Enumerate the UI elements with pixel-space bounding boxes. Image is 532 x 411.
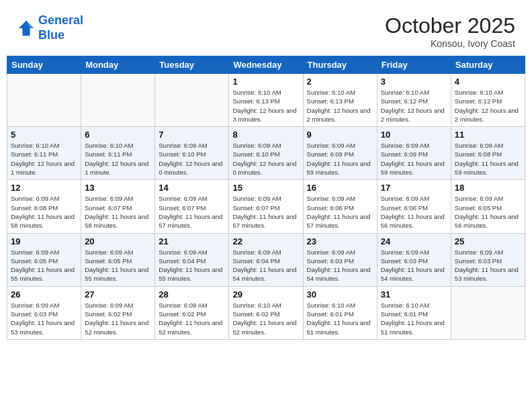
calendar-week-row: 12Sunrise: 6:09 AM Sunset: 6:08 PM Dayli… (7, 180, 525, 233)
calendar-cell: 28Sunrise: 6:09 AM Sunset: 6:02 PM Dayli… (155, 286, 229, 339)
calendar-week-row: 19Sunrise: 6:09 AM Sunset: 6:05 PM Dayli… (7, 233, 525, 286)
calendar-cell: 31Sunrise: 6:10 AM Sunset: 6:01 PM Dayli… (377, 286, 451, 339)
day-number: 4 (455, 77, 521, 87)
day-info: Sunrise: 6:09 AM Sunset: 6:07 PM Dayligh… (85, 194, 151, 230)
day-info: Sunrise: 6:09 AM Sunset: 6:09 PM Dayligh… (381, 141, 447, 177)
col-header-sunday: Sunday (7, 56, 81, 74)
col-header-tuesday: Tuesday (155, 56, 229, 74)
logo-line1: General (38, 13, 83, 27)
col-header-wednesday: Wednesday (229, 56, 303, 74)
day-number: 14 (159, 183, 225, 193)
day-number: 13 (85, 183, 151, 193)
calendar-cell: 15Sunrise: 6:09 AM Sunset: 6:07 PM Dayli… (229, 180, 303, 233)
calendar-cell: 22Sunrise: 6:09 AM Sunset: 6:04 PM Dayli… (229, 233, 303, 286)
calendar-cell: 7Sunrise: 6:09 AM Sunset: 6:10 PM Daylig… (155, 127, 229, 180)
day-info: Sunrise: 6:10 AM Sunset: 6:11 PM Dayligh… (85, 141, 151, 177)
calendar-cell (7, 74, 81, 127)
day-number: 3 (381, 77, 447, 87)
day-info: Sunrise: 6:09 AM Sunset: 6:02 PM Dayligh… (159, 301, 225, 336)
calendar-week-row: 1Sunrise: 6:10 AM Sunset: 6:13 PM Daylig… (7, 74, 525, 127)
calendar-table: SundayMondayTuesdayWednesdayThursdayFrid… (7, 56, 525, 340)
day-info: Sunrise: 6:10 AM Sunset: 6:01 PM Dayligh… (307, 301, 373, 336)
calendar-cell: 11Sunrise: 6:09 AM Sunset: 6:08 PM Dayli… (451, 127, 525, 180)
day-info: Sunrise: 6:09 AM Sunset: 6:08 PM Dayligh… (11, 194, 77, 230)
day-info: Sunrise: 6:09 AM Sunset: 6:05 PM Dayligh… (85, 248, 151, 283)
day-number: 26 (11, 289, 77, 300)
calendar-cell: 5Sunrise: 6:10 AM Sunset: 6:11 PM Daylig… (7, 127, 81, 180)
calendar-week-row: 26Sunrise: 6:09 AM Sunset: 6:03 PM Dayli… (7, 286, 525, 339)
calendar-cell: 17Sunrise: 6:09 AM Sunset: 6:06 PM Dayli… (377, 180, 451, 233)
logo-text: General Blue (38, 13, 83, 42)
calendar-cell: 14Sunrise: 6:09 AM Sunset: 6:07 PM Dayli… (155, 180, 229, 233)
calendar-cell: 1Sunrise: 6:10 AM Sunset: 6:13 PM Daylig… (229, 74, 303, 127)
day-number: 18 (455, 183, 521, 193)
calendar-cell (155, 74, 229, 127)
day-info: Sunrise: 6:09 AM Sunset: 6:04 PM Dayligh… (232, 248, 299, 283)
day-number: 11 (455, 130, 521, 140)
calendar-cell (81, 74, 155, 127)
day-info: Sunrise: 6:09 AM Sunset: 6:03 PM Dayligh… (455, 248, 521, 283)
day-number: 31 (381, 289, 447, 300)
day-info: Sunrise: 6:09 AM Sunset: 6:08 PM Dayligh… (455, 141, 521, 177)
calendar-cell: 27Sunrise: 6:09 AM Sunset: 6:02 PM Dayli… (81, 286, 155, 339)
day-number: 7 (159, 130, 225, 140)
day-number: 6 (85, 130, 151, 140)
calendar-cell: 30Sunrise: 6:10 AM Sunset: 6:01 PM Dayli… (303, 286, 377, 339)
logo-icon (17, 19, 36, 38)
calendar-cell: 8Sunrise: 6:09 AM Sunset: 6:10 PM Daylig… (229, 127, 303, 180)
day-number: 22 (232, 236, 299, 246)
day-number: 8 (232, 130, 299, 140)
calendar-cell: 23Sunrise: 6:09 AM Sunset: 6:03 PM Dayli… (303, 233, 377, 286)
day-number: 20 (85, 236, 151, 246)
calendar-cell: 16Sunrise: 6:09 AM Sunset: 6:06 PM Dayli… (303, 180, 377, 233)
day-number: 5 (11, 130, 77, 140)
day-number: 16 (307, 183, 373, 193)
day-info: Sunrise: 6:10 AM Sunset: 6:11 PM Dayligh… (11, 141, 77, 177)
day-info: Sunrise: 6:09 AM Sunset: 6:06 PM Dayligh… (307, 194, 373, 230)
col-header-thursday: Thursday (303, 56, 377, 74)
day-info: Sunrise: 6:09 AM Sunset: 6:03 PM Dayligh… (381, 248, 447, 283)
calendar-cell: 25Sunrise: 6:09 AM Sunset: 6:03 PM Dayli… (451, 233, 525, 286)
day-info: Sunrise: 6:10 AM Sunset: 6:13 PM Dayligh… (232, 88, 299, 124)
day-info: Sunrise: 6:09 AM Sunset: 6:04 PM Dayligh… (159, 248, 225, 283)
day-number: 2 (307, 77, 373, 87)
col-header-monday: Monday (81, 56, 155, 74)
day-number: 10 (381, 130, 447, 140)
location-subtitle: Konsou, Ivory Coast (385, 38, 515, 49)
calendar-cell: 13Sunrise: 6:09 AM Sunset: 6:07 PM Dayli… (81, 180, 155, 233)
calendar-header-row: SundayMondayTuesdayWednesdayThursdayFrid… (7, 56, 525, 74)
day-number: 29 (232, 289, 299, 300)
day-number: 27 (85, 289, 151, 300)
calendar-cell: 4Sunrise: 6:10 AM Sunset: 6:12 PM Daylig… (451, 74, 525, 127)
day-info: Sunrise: 6:09 AM Sunset: 6:07 PM Dayligh… (159, 194, 225, 230)
col-header-friday: Friday (377, 56, 451, 74)
calendar-cell: 21Sunrise: 6:09 AM Sunset: 6:04 PM Dayli… (155, 233, 229, 286)
calendar-cell: 26Sunrise: 6:09 AM Sunset: 6:03 PM Dayli… (7, 286, 81, 339)
calendar-cell: 20Sunrise: 6:09 AM Sunset: 6:05 PM Dayli… (81, 233, 155, 286)
calendar-cell: 10Sunrise: 6:09 AM Sunset: 6:09 PM Dayli… (377, 127, 451, 180)
calendar-cell: 24Sunrise: 6:09 AM Sunset: 6:03 PM Dayli… (377, 233, 451, 286)
day-info: Sunrise: 6:09 AM Sunset: 6:05 PM Dayligh… (11, 248, 77, 283)
day-number: 24 (381, 236, 447, 246)
day-info: Sunrise: 6:10 AM Sunset: 6:01 PM Dayligh… (381, 301, 447, 336)
title-block: October 2025 Konsou, Ivory Coast (385, 13, 515, 49)
logo: General Blue (17, 13, 83, 42)
day-number: 21 (159, 236, 225, 246)
day-info: Sunrise: 6:10 AM Sunset: 6:12 PM Dayligh… (381, 88, 447, 124)
col-header-saturday: Saturday (451, 56, 525, 74)
calendar-cell (451, 286, 525, 339)
day-info: Sunrise: 6:09 AM Sunset: 6:03 PM Dayligh… (11, 301, 77, 336)
calendar-week-row: 5Sunrise: 6:10 AM Sunset: 6:11 PM Daylig… (7, 127, 525, 180)
page-header: General Blue October 2025 Konsou, Ivory … (7, 7, 525, 52)
calendar-cell: 18Sunrise: 6:09 AM Sunset: 6:05 PM Dayli… (451, 180, 525, 233)
day-number: 9 (307, 130, 373, 140)
calendar-cell: 29Sunrise: 6:10 AM Sunset: 6:02 PM Dayli… (229, 286, 303, 339)
day-info: Sunrise: 6:09 AM Sunset: 6:06 PM Dayligh… (381, 194, 447, 230)
day-info: Sunrise: 6:09 AM Sunset: 6:03 PM Dayligh… (307, 248, 373, 283)
day-info: Sunrise: 6:10 AM Sunset: 6:02 PM Dayligh… (232, 301, 299, 336)
day-info: Sunrise: 6:09 AM Sunset: 6:05 PM Dayligh… (455, 194, 521, 230)
month-title: October 2025 (385, 13, 515, 38)
day-info: Sunrise: 6:09 AM Sunset: 6:09 PM Dayligh… (307, 141, 373, 177)
calendar-cell: 3Sunrise: 6:10 AM Sunset: 6:12 PM Daylig… (377, 74, 451, 127)
day-info: Sunrise: 6:09 AM Sunset: 6:10 PM Dayligh… (159, 141, 225, 177)
